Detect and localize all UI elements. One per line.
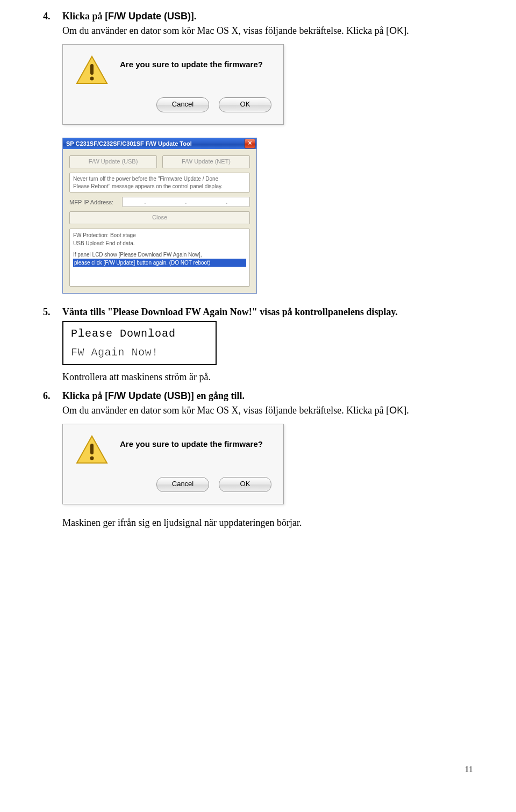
step-4-sub: Om du använder en dator som kör Mac OS X… <box>62 25 473 37</box>
fw-update-tool-window: SP C231SF/C232SF/C301SF F/W Update Tool … <box>62 138 257 294</box>
window-titlebar: SP C231SF/C232SF/C301SF F/W Update Tool … <box>63 138 256 149</box>
mac-dialog-text: Are you sure to update the firmware? <box>120 55 271 69</box>
step-6: 6. Klicka på [F/W Update (USB)] en gång … <box>43 390 473 402</box>
ip-dot: . <box>185 199 187 205</box>
log-line-highlight: please click [F/W Update] button again. … <box>73 259 246 267</box>
text: ]. <box>403 405 409 416</box>
ip-label: MFP IP Address: <box>69 199 118 205</box>
step-5-sub: Kontrollera att maskinens ström är på. <box>62 372 473 383</box>
text-sans: OK <box>389 25 403 36</box>
window-title: SP C231SF/C232SF/C301SF F/W Update Tool <box>66 140 245 147</box>
page-number: 11 <box>465 765 473 774</box>
step-4: 4. Klicka på [F/W Update (USB)]. <box>43 11 473 22</box>
cancel-button[interactable]: Cancel <box>156 97 209 112</box>
mac-dialog-text: Are you sure to update the firmware? <box>120 435 271 448</box>
warning-line-1: Never turn off the power before the "Fir… <box>73 175 246 183</box>
log-line: USB Upload: End of data. <box>73 239 246 247</box>
after-step-6: Maskinen ger ifrån sig en ljudsignal när… <box>62 517 473 529</box>
close-icon[interactable]: × <box>245 139 255 148</box>
fw-update-usb-button[interactable]: F/W Update (USB) <box>69 155 157 168</box>
step-4-num: 4. <box>43 11 62 22</box>
step-6-title: Klicka på [F/W Update (USB)] en gång til… <box>62 390 245 401</box>
close-button[interactable]: Close <box>69 211 250 224</box>
warning-box: Never turn off the power before the "Fir… <box>69 173 250 193</box>
step-5: 5. Vänta tills "Please Download FW Again… <box>43 307 473 318</box>
step-6-body: Klicka på [F/W Update (USB)] en gång til… <box>62 390 473 402</box>
fw-update-net-button[interactable]: F/W Update (NET) <box>162 155 250 168</box>
mac-dialog-2: Are you sure to update the firmware? Can… <box>62 424 284 504</box>
ok-button[interactable]: OK <box>219 477 271 492</box>
ip-input[interactable]: . . . <box>122 197 250 207</box>
log-box: FW Protection: Boot stage USB Upload: En… <box>69 229 250 287</box>
text: Om du använder en dator som kör Mac OS X… <box>62 25 389 36</box>
step-5-num: 5. <box>43 307 62 318</box>
lcd-display: Please Download FW Again Now! <box>62 321 217 365</box>
text: Om du använder en dator som kör Mac OS X… <box>62 405 389 416</box>
cancel-button[interactable]: Cancel <box>156 477 209 492</box>
warning-line-2: Please Reboot" message appears on the co… <box>73 183 246 190</box>
log-line: FW Protection: Boot stage <box>73 231 246 239</box>
lcd-line-2: FW Again Now! <box>71 346 208 359</box>
window-body: F/W Update (USB) F/W Update (NET) Never … <box>63 149 256 293</box>
text-sans: OK <box>389 405 403 416</box>
svg-rect-1 <box>90 64 94 75</box>
svg-point-2 <box>90 77 94 81</box>
ok-button[interactable]: OK <box>219 97 271 112</box>
lcd-line-1: Please Download <box>71 327 208 340</box>
svg-point-5 <box>90 457 94 460</box>
step-4-title: Klicka på [F/W Update (USB)]. <box>62 11 197 22</box>
svg-rect-4 <box>90 444 94 454</box>
ip-row: MFP IP Address: . . . <box>69 197 250 207</box>
text: Klicka på [ <box>62 390 108 401</box>
text: ]. <box>191 11 197 22</box>
step-6-num: 6. <box>43 390 62 402</box>
text-bold: F/W Update (USB) <box>108 11 191 22</box>
text: ]. <box>403 25 409 36</box>
alert-icon <box>76 55 108 86</box>
mac-dialog-buttons: Cancel OK <box>63 477 283 504</box>
mac-dialog-1: Are you sure to update the firmware? Can… <box>62 44 284 125</box>
text: ] en gång till. <box>191 390 245 401</box>
text: Klicka på [ <box>62 11 108 22</box>
alert-icon <box>76 435 108 465</box>
mac-dialog-inner: Are you sure to update the firmware? <box>63 424 283 477</box>
ip-dot: . <box>145 199 146 205</box>
step-5-title: Vänta tills "Please Download FW Again No… <box>62 307 473 318</box>
step-4-body: Klicka på [F/W Update (USB)]. <box>62 11 473 22</box>
mac-dialog-buttons: Cancel OK <box>63 97 283 124</box>
log-line: If panel LCD show [Please Download FW Ag… <box>73 251 246 259</box>
update-buttons-row: F/W Update (USB) F/W Update (NET) <box>69 155 250 168</box>
step-6-sub: Om du använder en dator som kör Mac OS X… <box>62 405 473 416</box>
mac-dialog-inner: Are you sure to update the firmware? <box>63 45 283 97</box>
ip-dot: . <box>226 199 228 205</box>
text-bold: F/W Update (USB) <box>108 390 191 401</box>
